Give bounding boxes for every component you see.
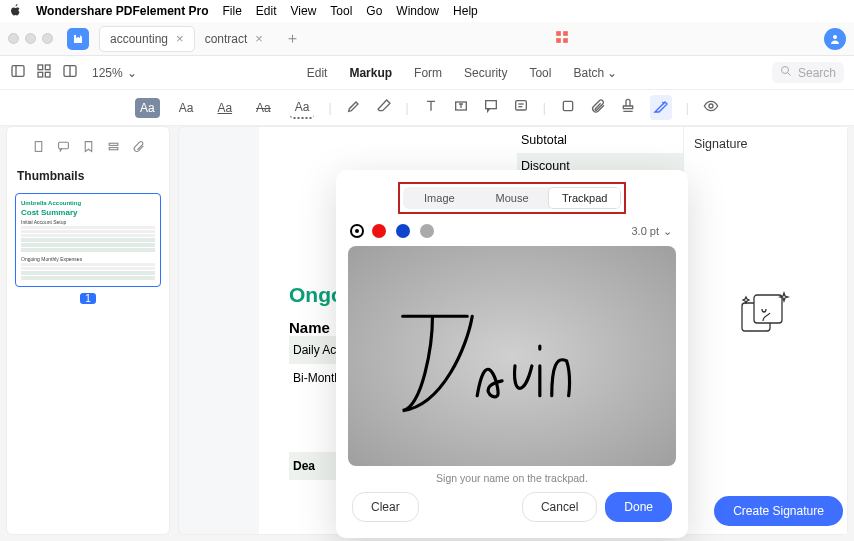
svg-rect-5 — [12, 66, 24, 77]
clear-button[interactable]: Clear — [352, 492, 419, 522]
svg-rect-3 — [563, 38, 568, 43]
mac-menubar: Wondershare PDFelement Pro File Edit Vie… — [0, 0, 854, 22]
grid-icon[interactable] — [555, 30, 569, 48]
done-button[interactable]: Done — [605, 492, 672, 522]
signature-tool-icon[interactable] — [650, 95, 672, 120]
stroke-width-select[interactable]: 3.0 pt⌄ — [631, 225, 672, 238]
svg-rect-0 — [556, 31, 561, 36]
close-icon[interactable]: × — [255, 31, 263, 46]
menu-form[interactable]: Form — [414, 66, 442, 80]
stamp-icon[interactable] — [620, 98, 636, 117]
toolbar-primary: 125% ⌄ Edit Markup Form Security Tool Ba… — [0, 56, 854, 90]
color-red[interactable] — [372, 224, 386, 238]
menu-help[interactable]: Help — [453, 4, 478, 18]
menu-markup[interactable]: Markup — [349, 66, 392, 80]
layers-icon[interactable] — [107, 139, 120, 157]
svg-rect-2 — [556, 38, 561, 43]
tab-label: contract — [205, 32, 248, 46]
signature-canvas[interactable] — [348, 246, 676, 466]
underline-tool[interactable]: Aa — [212, 98, 237, 118]
search-icon — [780, 65, 792, 80]
titlebar: accounting × contract × ＋ — [0, 22, 854, 56]
svg-line-14 — [787, 73, 790, 76]
bookmark-icon[interactable] — [82, 139, 95, 157]
new-tab-button[interactable]: ＋ — [273, 29, 312, 48]
tab-contract[interactable]: contract × — [195, 26, 273, 52]
svg-rect-9 — [38, 72, 43, 77]
apple-icon[interactable] — [10, 4, 22, 19]
svg-point-13 — [781, 67, 788, 74]
search-input[interactable]: Search — [772, 62, 844, 83]
user-avatar[interactable] — [824, 28, 846, 50]
app-name: Wondershare PDFelement Pro — [36, 4, 209, 18]
subtotal-label: Subtotal — [521, 133, 567, 147]
signature-stroke — [348, 246, 676, 466]
signature-color-row: 3.0 pt⌄ — [348, 224, 676, 246]
sidebar-toggle-icon[interactable] — [10, 63, 26, 82]
callout-icon[interactable] — [483, 98, 499, 117]
sidebar: Thumbnails Umbrella Accounting Cost Summ… — [6, 126, 170, 535]
chevron-down-icon: ⌄ — [127, 66, 137, 80]
color-blue[interactable] — [396, 224, 410, 238]
seg-image[interactable]: Image — [403, 187, 476, 209]
svg-rect-8 — [45, 65, 50, 70]
zoom-select[interactable]: 125% ⌄ — [92, 66, 137, 80]
menu-window[interactable]: Window — [396, 4, 439, 18]
highlight-text-tool[interactable]: Aa — [135, 98, 160, 118]
menu-view[interactable]: View — [291, 4, 317, 18]
svg-rect-16 — [485, 101, 496, 109]
menu-file[interactable]: File — [223, 4, 242, 18]
window-controls[interactable] — [8, 33, 53, 44]
squiggly-tool[interactable]: Aa — [290, 97, 315, 119]
comment-icon[interactable] — [57, 139, 70, 157]
svg-rect-23 — [58, 142, 68, 149]
toolbar-markup: Aa Aa Aa Aa Aa | | | | — [0, 90, 854, 126]
text-style-tool[interactable]: Aa — [174, 98, 199, 118]
svg-rect-17 — [515, 101, 526, 110]
svg-rect-27 — [754, 295, 782, 323]
menu-security[interactable]: Security — [464, 66, 507, 80]
menu-edit[interactable]: Edit — [307, 66, 328, 80]
cancel-button[interactable]: Cancel — [522, 492, 597, 522]
svg-rect-20 — [563, 101, 572, 110]
svg-point-4 — [833, 35, 837, 39]
thumbnails-icon[interactable] — [36, 63, 52, 82]
menu-tool[interactable]: Tool — [529, 66, 551, 80]
signature-illustration-icon — [736, 291, 796, 336]
svg-rect-25 — [109, 148, 118, 150]
page-icon[interactable] — [32, 139, 45, 157]
seg-trackpad[interactable]: Trackpad — [548, 187, 621, 209]
text-tool-icon[interactable] — [423, 98, 439, 117]
svg-rect-22 — [35, 142, 42, 152]
textbox-icon[interactable] — [453, 98, 469, 117]
tab-label: accounting — [110, 32, 168, 46]
menu-edit[interactable]: Edit — [256, 4, 277, 18]
svg-point-21 — [709, 104, 713, 108]
app-logo-icon[interactable] — [67, 28, 89, 50]
svg-rect-1 — [563, 31, 568, 36]
menu-go[interactable]: Go — [366, 4, 382, 18]
clip-icon[interactable] — [132, 139, 145, 157]
create-signature-button[interactable]: Create Signature — [714, 496, 843, 526]
seg-mouse[interactable]: Mouse — [476, 187, 549, 209]
svg-rect-7 — [38, 65, 43, 70]
signature-modal: Image Mouse Trackpad 3.0 pt⌄ Sign your n… — [336, 170, 688, 538]
tab-accounting[interactable]: accounting × — [99, 26, 195, 52]
shape-icon[interactable] — [560, 98, 576, 117]
menu-batch[interactable]: Batch ⌄ — [573, 66, 617, 80]
eraser-icon[interactable] — [376, 98, 392, 117]
columns-icon[interactable] — [62, 63, 78, 82]
menu-tool[interactable]: Tool — [330, 4, 352, 18]
attachment-icon[interactable] — [590, 98, 606, 117]
highlighter-icon[interactable] — [346, 98, 362, 117]
signature-source-seg[interactable]: Image Mouse Trackpad — [403, 187, 621, 209]
strike-tool[interactable]: Aa — [251, 98, 276, 118]
note-icon[interactable] — [513, 98, 529, 117]
hide-annotations-icon[interactable] — [703, 98, 719, 117]
page-thumbnail[interactable]: Umbrella Accounting Cost Summary Initial… — [15, 193, 161, 287]
color-grey[interactable] — [420, 224, 434, 238]
svg-rect-24 — [109, 143, 118, 145]
page-number: 1 — [80, 293, 96, 304]
close-icon[interactable]: × — [176, 31, 184, 46]
color-black[interactable] — [352, 226, 362, 236]
